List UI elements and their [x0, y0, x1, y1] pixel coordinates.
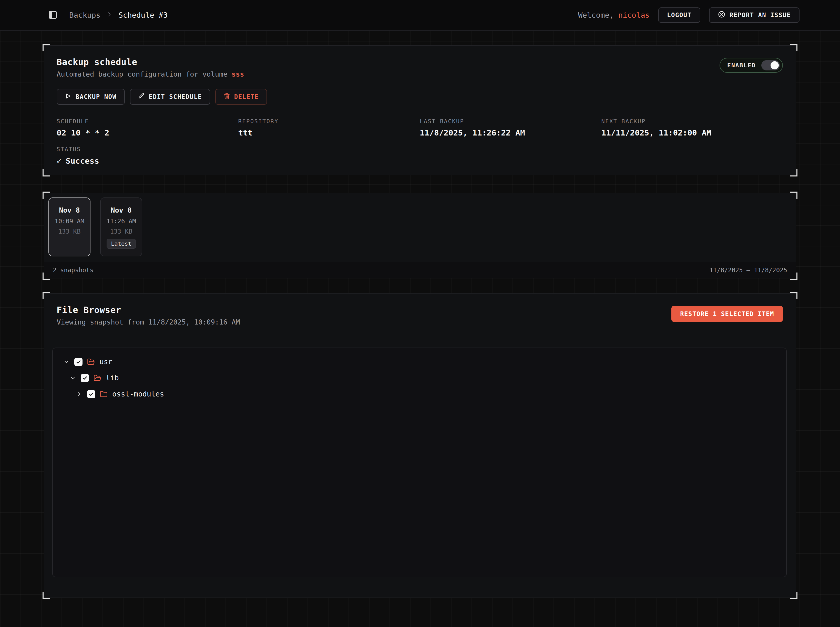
tree-item-label[interactable]: ossl-modules [112, 390, 164, 398]
detail-label: SCHEDULE [57, 118, 238, 124]
backup-now-button[interactable]: BACKUP NOW [57, 89, 125, 105]
check-icon: ✓ [57, 156, 62, 166]
corner-bracket [790, 169, 797, 176]
volume-name: sss [232, 70, 244, 78]
checkbox-checked[interactable] [74, 358, 82, 366]
restore-button[interactable]: RESTORE 1 SELECTED ITEM [671, 306, 783, 322]
detail-schedule: SCHEDULE 02 10 * * 2 [57, 118, 238, 137]
detail-value: ttt [238, 128, 420, 137]
status-block: STATUS ✓ Success [57, 146, 783, 166]
checkbox-checked[interactable] [87, 390, 95, 398]
welcome-text: Welcome, nicolas [578, 11, 650, 19]
delete-button[interactable]: DELETE [215, 89, 267, 105]
schedule-card-heading: Backup schedule Automated backup configu… [57, 57, 244, 78]
report-issue-label: REPORT AN ISSUE [729, 11, 791, 19]
folder-icon [100, 390, 107, 398]
enabled-toggle[interactable] [761, 60, 780, 71]
corner-bracket [43, 292, 50, 299]
page-title: Backup schedule [57, 57, 244, 67]
snapshot-date: Nov 8 [59, 206, 80, 214]
checkbox-checked[interactable] [81, 374, 89, 382]
enabled-label: ENABLED [727, 62, 756, 69]
status-label: STATUS [57, 146, 783, 153]
detail-value: 02 10 * * 2 [57, 128, 238, 137]
snapshot-date-range: 11/8/2025 – 11/8/2025 [710, 267, 787, 274]
logout-button[interactable]: LOGOUT [658, 8, 700, 23]
welcome-prefix: Welcome, [578, 11, 614, 19]
tree-row-lib[interactable]: lib [53, 370, 786, 386]
tree-item-label[interactable]: lib [106, 374, 119, 382]
tree-item-label[interactable]: usr [99, 358, 112, 366]
detail-repository: REPOSITORY ttt [238, 118, 420, 137]
backup-now-label: BACKUP NOW [76, 93, 117, 101]
edit-schedule-label: EDIT SCHEDULE [149, 93, 202, 101]
chevron-right-icon [106, 11, 113, 19]
detail-label: LAST BACKUP [420, 118, 602, 124]
report-issue-button[interactable]: REPORT AN ISSUE [709, 8, 799, 23]
detail-value: 11/11/2025, 11:02:00 AM [602, 128, 783, 137]
detail-label: NEXT BACKUP [602, 118, 783, 124]
latest-badge: Latest [107, 239, 136, 249]
corner-bracket [43, 192, 50, 199]
delete-label: DELETE [234, 93, 259, 101]
chevron-down-icon[interactable] [69, 375, 77, 381]
detail-value: 11/8/2025, 11:26:22 AM [420, 128, 602, 137]
subtitle-text: Automated backup configuration for volum… [57, 70, 227, 78]
status-value: Success [66, 156, 99, 165]
snapshot-card-selected[interactable]: Nov 8 10:09 AM 133 KB [49, 197, 90, 257]
detail-label: REPOSITORY [238, 118, 420, 124]
corner-bracket [43, 273, 50, 280]
corner-bracket [43, 44, 50, 51]
file-browser-heading: File Browser Viewing snapshot from 11/8/… [57, 305, 240, 326]
corner-bracket [43, 592, 50, 599]
snapshot-time: 10:09 AM [55, 218, 84, 225]
snapshot-date: Nov 8 [111, 206, 131, 214]
sidebar-toggle-button[interactable] [47, 9, 59, 22]
top-bar: Backups Schedule #3 Welcome, nicolas LOG… [0, 0, 840, 31]
header-right: Welcome, nicolas LOGOUT REPORT AN ISSUE [578, 8, 799, 23]
snapshot-size: 133 KB [110, 228, 133, 235]
tree-row-ossl-modules[interactable]: ossl-modules [53, 386, 786, 402]
snapshot-footer: 2 snapshots 11/8/2025 – 11/8/2025 [44, 262, 796, 278]
snapshots-card: Nov 8 10:09 AM 133 KB Nov 8 11:26 AM 133… [44, 193, 796, 279]
schedule-card-subtitle: Automated backup configuration for volum… [57, 70, 244, 78]
detail-next-backup: NEXT BACKUP 11/11/2025, 11:02:00 AM [602, 118, 783, 137]
file-browser-title: File Browser [57, 305, 240, 315]
snapshot-strip: Nov 8 10:09 AM 133 KB Nov 8 11:26 AM 133… [44, 194, 796, 257]
file-tree: usr lib ossl-modules [52, 348, 787, 577]
detail-last-backup: LAST BACKUP 11/8/2025, 11:26:22 AM [420, 118, 602, 137]
corner-bracket [790, 44, 797, 51]
schedule-details: SCHEDULE 02 10 * * 2 REPOSITORY ttt LAST… [57, 118, 783, 137]
circle-x-icon [718, 11, 725, 20]
tree-row-usr[interactable]: usr [53, 354, 786, 370]
chevron-right-icon[interactable] [75, 391, 83, 397]
panel-left-icon [48, 10, 57, 20]
enabled-pill[interactable]: ENABLED [720, 58, 783, 73]
breadcrumb: Backups Schedule #3 [69, 11, 167, 19]
file-browser-subtitle: Viewing snapshot from 11/8/2025, 10:09:1… [57, 318, 240, 326]
folder-open-icon [87, 358, 95, 366]
backup-schedule-card: Backup schedule Automated backup configu… [44, 45, 796, 175]
breadcrumb-backups[interactable]: Backups [69, 11, 101, 19]
snapshot-card[interactable]: Nov 8 11:26 AM 133 KB Latest [100, 197, 142, 257]
corner-bracket [790, 592, 797, 599]
edit-schedule-button[interactable]: EDIT SCHEDULE [130, 89, 210, 105]
pencil-icon [138, 93, 145, 101]
username: nicolas [618, 11, 650, 19]
corner-bracket [790, 273, 797, 280]
file-browser-card: File Browser Viewing snapshot from 11/8/… [44, 293, 796, 598]
folder-open-icon [93, 374, 101, 382]
play-icon [65, 93, 71, 101]
corner-bracket [790, 292, 797, 299]
chevron-down-icon[interactable] [63, 359, 70, 365]
trash-icon [223, 93, 230, 101]
schedule-actions: BACKUP NOW EDIT SCHEDULE DELETE [57, 89, 783, 105]
snapshot-count: 2 snapshots [53, 267, 93, 274]
corner-bracket [43, 169, 50, 176]
toggle-knob [771, 61, 779, 69]
snapshot-size: 133 KB [58, 228, 81, 235]
breadcrumb-current: Schedule #3 [118, 11, 167, 19]
corner-bracket [790, 192, 797, 199]
snapshot-time: 11:26 AM [106, 218, 136, 225]
